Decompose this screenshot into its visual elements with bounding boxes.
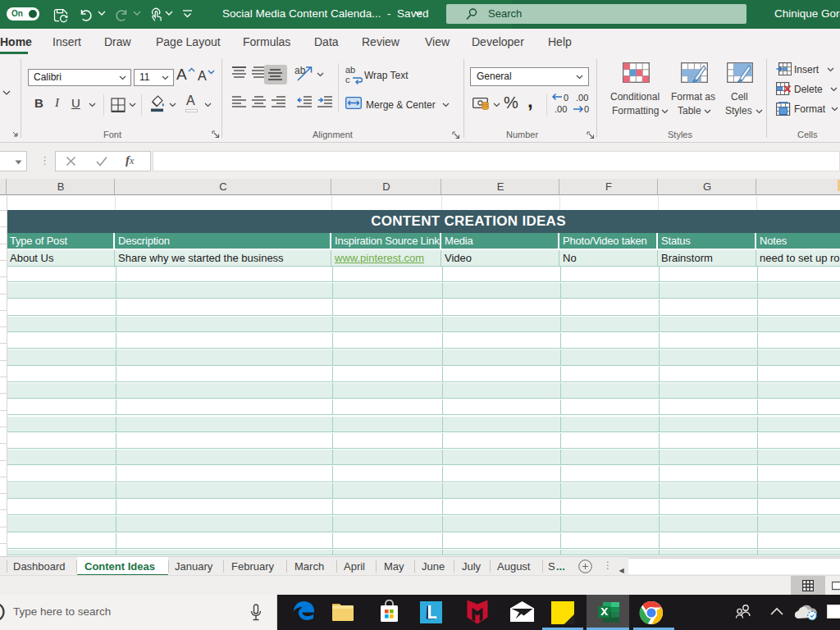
svg-text:.00: .00 <box>555 104 567 114</box>
svg-text:0: 0 <box>564 93 568 103</box>
svg-text:0: 0 <box>584 104 589 114</box>
svg-text:.00: .00 <box>576 93 588 103</box>
